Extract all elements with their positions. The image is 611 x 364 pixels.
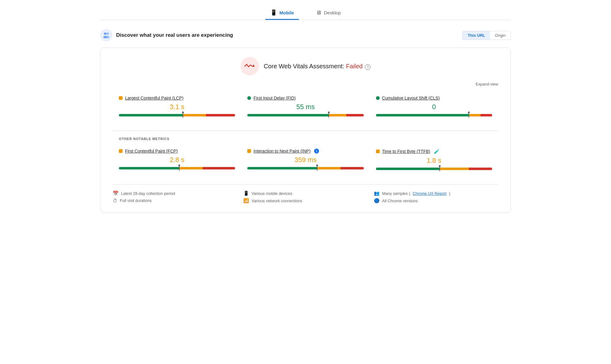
footer-samples-text-before: Many samples (	[382, 191, 410, 196]
fid-bar	[247, 114, 363, 116]
this-url-button[interactable]: This URL	[463, 31, 490, 40]
footer-visit-durations: ⏱ Full visit durations	[113, 198, 237, 203]
fcp-status-dot	[119, 149, 123, 153]
chrome-ux-report-link[interactable]: Chrome UX Report	[413, 191, 447, 196]
footer-col3: 👥 Many samples (Chrome UX Report) 🔵 All …	[374, 191, 498, 203]
inp-info-icon[interactable]: i	[314, 149, 319, 154]
lcp-pin	[183, 113, 183, 118]
footer-visit-text: Full visit durations	[120, 198, 152, 203]
tab-mobile[interactable]: 📱 Mobile	[265, 6, 299, 20]
url-toggle: This URL Origin	[462, 31, 511, 40]
svg-point-3	[106, 36, 109, 38]
devices-icon: 📱	[243, 191, 249, 196]
footer-network-text: Various network connections	[252, 199, 302, 203]
lcp-label: Largest Contentful Paint (LCP)	[119, 96, 235, 100]
fid-link[interactable]: First Input Delay (FID)	[253, 96, 296, 100]
cwv-status: Failed	[346, 63, 362, 70]
metric-fcp: First Contentful Paint (FCP) 2.8 s	[113, 146, 241, 178]
fid-bar-wrapper	[247, 114, 363, 116]
cwv-title-prefix: Core Web Vitals Assessment:	[264, 63, 346, 70]
inp-label: Interaction to Next Paint (INP) i	[247, 149, 363, 154]
ttfb-label: Time to First Byte (TTFB) 🧪	[376, 149, 492, 154]
fcp-link[interactable]: First Contentful Paint (FCP)	[125, 149, 178, 154]
other-metrics-label: OTHER NOTABLE METRICS	[113, 137, 498, 141]
main-card: Core Web Vitals Assessment: Failed ? Exp…	[100, 47, 511, 213]
tab-desktop[interactable]: 🖥 Desktop	[311, 6, 346, 20]
ttfb-pin	[439, 166, 440, 171]
network-icon: 📶	[243, 198, 249, 203]
inp-pin	[317, 166, 317, 171]
fcp-pin	[179, 166, 180, 171]
cls-bar-red	[480, 114, 492, 116]
ttfb-value: 1.8 s	[376, 157, 492, 165]
footer-mobile-devices: 📱 Various mobile devices	[243, 191, 368, 196]
footer-chrome-text: All Chrome versions	[382, 199, 418, 203]
core-metrics-grid: Largest Contentful Paint (LCP) 3.1 s Fir…	[113, 93, 498, 124]
svg-point-1	[106, 32, 109, 35]
metric-fid: First Input Delay (FID) 55 ms	[241, 93, 370, 124]
footer-devices-text: Various mobile devices	[252, 191, 292, 196]
fid-pin	[328, 113, 329, 118]
footer-col1: 📅 Latest 28-day collection period ⏱ Full…	[113, 191, 237, 203]
lcp-bar-green	[119, 114, 183, 116]
chrome-icon: 🔵	[374, 198, 380, 203]
cwv-header: Core Web Vitals Assessment: Failed ?	[113, 57, 498, 75]
inp-link[interactable]: Interaction to Next Paint (INP)	[253, 149, 310, 154]
header-left: Discover what your real users are experi…	[100, 29, 233, 41]
card-footer: 📅 Latest 28-day collection period ⏱ Full…	[113, 184, 498, 203]
cls-bar-wrapper	[376, 114, 492, 116]
lcp-bar-red	[206, 114, 235, 116]
lcp-link[interactable]: Largest Contentful Paint (LCP)	[125, 96, 184, 100]
cls-status-dot	[376, 96, 380, 100]
desktop-icon: 🖥	[316, 9, 321, 16]
fcp-bar-orange	[179, 167, 203, 169]
expand-link[interactable]: Expand view	[476, 82, 498, 86]
fid-value: 55 ms	[247, 103, 363, 111]
tab-mobile-label: Mobile	[279, 10, 294, 15]
header-avatar	[100, 29, 112, 41]
stopwatch-icon: ⏱	[113, 198, 117, 203]
metric-inp: Interaction to Next Paint (INP) i 359 ms	[241, 146, 370, 178]
section-divider	[113, 131, 498, 131]
footer-network: 📶 Various network connections	[243, 198, 368, 203]
expand-view: Expand view	[113, 82, 498, 86]
tab-desktop-label: Desktop	[324, 10, 341, 15]
cls-link[interactable]: Cumulative Layout Shift (CLS)	[382, 96, 440, 100]
cwv-assessment-text: Core Web Vitals Assessment: Failed ?	[264, 63, 371, 70]
fid-bar-red	[346, 114, 364, 116]
other-metrics-grid: First Contentful Paint (FCP) 2.8 s Inter…	[113, 146, 498, 178]
footer-collection-period: 📅 Latest 28-day collection period	[113, 191, 237, 196]
cls-label: Cumulative Layout Shift (CLS)	[376, 96, 492, 100]
fid-status-dot	[247, 96, 251, 100]
inp-bar-orange	[317, 167, 340, 169]
ttfb-beaker-icon: 🧪	[434, 149, 440, 154]
fcp-label: First Contentful Paint (FCP)	[119, 149, 235, 154]
ttfb-bar-wrapper	[376, 168, 492, 170]
inp-bar-wrapper	[247, 167, 363, 169]
svg-marker-4	[252, 64, 255, 67]
lcp-bar-orange	[183, 114, 206, 116]
cls-bar-green	[376, 114, 469, 116]
cls-value: 0	[376, 103, 492, 111]
footer-collection-text: Latest 28-day collection period	[121, 191, 175, 196]
footer-samples-text-after: )	[449, 191, 450, 196]
cwv-help-icon[interactable]: ?	[365, 64, 370, 70]
cls-bar	[376, 114, 492, 116]
footer-chrome-versions: 🔵 All Chrome versions	[374, 198, 498, 203]
cls-bar-orange	[469, 114, 480, 116]
inp-value: 359 ms	[247, 156, 363, 164]
tab-bar: 📱 Mobile 🖥 Desktop	[100, 6, 511, 20]
lcp-bar	[119, 114, 235, 116]
footer-col2: 📱 Various mobile devices 📶 Various netwo…	[243, 191, 368, 203]
fcp-bar-red	[203, 167, 235, 169]
ttfb-bar-green	[376, 168, 440, 170]
footer-samples: 👥 Many samples (Chrome UX Report)	[374, 191, 498, 196]
ttfb-link[interactable]: Time to First Byte (TTFB)	[382, 149, 430, 154]
cls-pin	[469, 113, 469, 118]
metric-ttfb: Time to First Byte (TTFB) 🧪 1.8 s	[370, 146, 498, 178]
lcp-bar-wrapper	[119, 114, 235, 116]
fcp-bar-green	[119, 167, 179, 169]
origin-button[interactable]: Origin	[490, 31, 510, 40]
ttfb-status-dot	[376, 150, 380, 153]
mobile-icon: 📱	[270, 9, 277, 16]
